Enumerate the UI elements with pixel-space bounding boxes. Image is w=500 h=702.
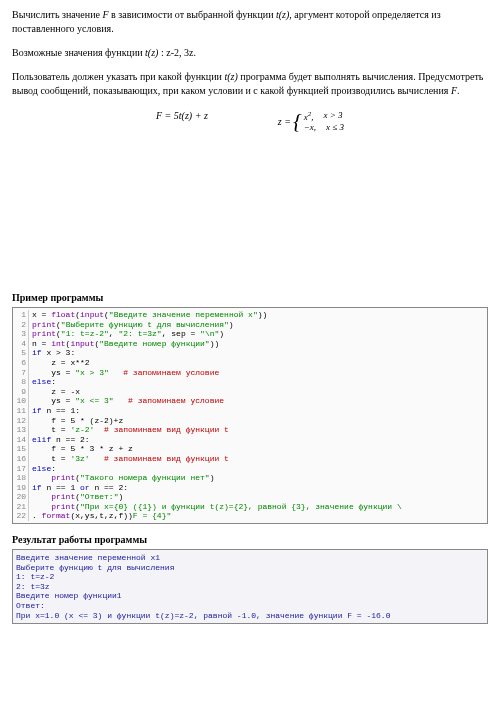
formula-z: z = { x2, x > 3 −x, x ≤ 3: [278, 110, 344, 132]
code-line: 11if n == 1:: [15, 406, 485, 416]
program-output: Введите значение переменной x1 Выберите …: [12, 549, 488, 624]
code-line: 16 t = '3z' # запоминаем вид функции t: [15, 454, 485, 464]
code-line: 18 print("Такого номера функции нет"): [15, 473, 485, 483]
code-line: 19if n == 1 or n == 2:: [15, 483, 485, 493]
code-line: 3print("1: t=z-2", "2: t=3z", sep = "\n"…: [15, 329, 485, 339]
problem-statement: Вычислить значение F в зависимости от вы…: [12, 8, 488, 98]
code-line: 15 f = 5 * 3 * z + z: [15, 444, 485, 454]
code-line: 2print("Выберите функцию t для вычислени…: [15, 320, 485, 330]
code-line: 14elif n == 2:: [15, 435, 485, 445]
paragraph-3: Пользователь должен указать при какой фу…: [12, 70, 488, 98]
code-line: 21 print("При x={0} ({1}) и функции t(z)…: [15, 502, 485, 512]
code-line: 8else:: [15, 377, 485, 387]
code-line: 7 ys = "x > 3" # запоминаем условие: [15, 368, 485, 378]
code-listing: 1x = float(input("Введите значение перем…: [12, 307, 488, 524]
paragraph-2: Возможные значения функции t(z) : z-2, 3…: [12, 46, 488, 60]
code-line: 17else:: [15, 464, 485, 474]
code-line: 20 print("Ответ:"): [15, 492, 485, 502]
formula-block: F = 5t(z) + z z = { x2, x > 3 −x, x ≤ 3: [12, 110, 488, 132]
formula-lhs: F = 5t(z) + z: [156, 110, 208, 132]
code-line: 13 t = 'z-2' # запоминаем вид функции t: [15, 425, 485, 435]
code-line: 10 ys = "x <= 3" # запоминаем условие: [15, 396, 485, 406]
code-line: 6 z = x**2: [15, 358, 485, 368]
code-line: 4n = int(input("Введите номер функции")): [15, 339, 485, 349]
code-line: 9 z = -x: [15, 387, 485, 397]
code-line: 1x = float(input("Введите значение перем…: [15, 310, 485, 320]
section-title-program: Пример программы: [12, 292, 488, 303]
section-title-output: Результат работы программы: [12, 534, 488, 545]
paragraph-1: Вычислить значение F в зависимости от вы…: [12, 8, 488, 36]
code-line: 12 f = 5 * (z-2)+z: [15, 416, 485, 426]
code-line: 5if x > 3:: [15, 348, 485, 358]
code-line: 22. format(x,ys,t,z,f))F = {4}": [15, 511, 485, 521]
